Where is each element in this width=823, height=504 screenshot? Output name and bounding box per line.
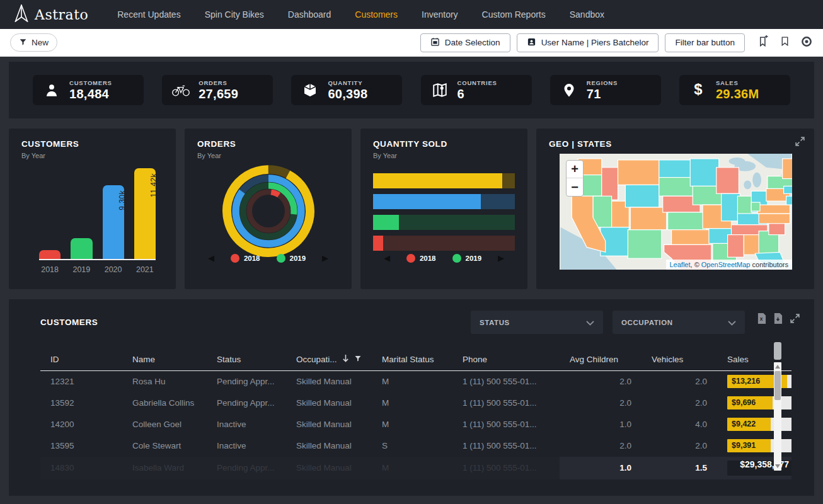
- legend-prev-arrow[interactable]: ◀: [384, 253, 390, 263]
- state-shape[interactable]: [659, 160, 691, 178]
- legend-item-2018[interactable]: 2018: [231, 254, 260, 263]
- export-file-icon[interactable]: [773, 313, 783, 326]
- date-selection-button[interactable]: Date Selection: [420, 33, 510, 52]
- customers-bar-chart: 9.30k11.42k: [39, 168, 156, 260]
- cell-marital-status: M: [372, 371, 452, 392]
- state-shape[interactable]: [786, 196, 792, 205]
- leaflet-link[interactable]: Leaflet: [670, 261, 691, 268]
- state-shape[interactable]: [659, 178, 694, 197]
- scrollbar-thumb[interactable]: [774, 371, 781, 400]
- nav-item-sandbox[interactable]: Sandbox: [570, 9, 604, 20]
- column-header-id[interactable]: ID: [40, 349, 122, 371]
- legend-item-2019[interactable]: 2019: [452, 254, 482, 263]
- state-shape[interactable]: [690, 159, 719, 186]
- bar-value-label: 11.42k: [149, 173, 158, 197]
- box-icon: [301, 82, 319, 98]
- state-shape[interactable]: [751, 202, 760, 211]
- customers-table-section: CUSTOMERS STATUS OCCUPATION x: [9, 299, 814, 496]
- scroll-down-arrow[interactable]: [775, 464, 780, 468]
- legend-next-arrow[interactable]: ▶: [498, 253, 504, 263]
- occupation-dropdown[interactable]: OCCUPATION: [613, 311, 745, 334]
- kpi-label: REGIONS: [587, 79, 618, 86]
- occupation-dropdown-label: OCCUPATION: [621, 319, 673, 326]
- qty-bar-2020: [373, 194, 515, 209]
- state-shape[interactable]: [602, 168, 618, 200]
- legend-label: 2019: [466, 255, 482, 262]
- table-row[interactable]: 13595Cole StewartInactiveSkilled ManualS…: [40, 435, 791, 457]
- user-name-button[interactable]: User Name | Piers Batchelor: [517, 33, 659, 52]
- column-header-marital-status[interactable]: Marital Status: [372, 349, 452, 371]
- filter-funnel-icon[interactable]: [354, 355, 362, 364]
- column-header-status[interactable]: Status: [207, 349, 286, 371]
- cell-status: Inactive: [207, 435, 286, 457]
- qty-bar-fill-2018: [373, 236, 383, 251]
- map-zoom-control: + −: [566, 160, 584, 197]
- astrato-logo[interactable]: Astrato: [14, 4, 88, 25]
- state-shape[interactable]: [672, 230, 711, 245]
- state-shape[interactable]: [757, 205, 790, 214]
- state-shape[interactable]: [769, 222, 785, 235]
- bar-2018: [39, 250, 60, 259]
- filter-bar-button[interactable]: Filter bar button: [665, 33, 745, 52]
- sort-desc-icon[interactable]: [342, 354, 349, 364]
- person-icon: [42, 82, 61, 98]
- state-shape[interactable]: [717, 168, 739, 194]
- leaflet-map[interactable]: + − Leaflet, © OpenStreetMap contributor…: [560, 154, 792, 270]
- legend-next-arrow[interactable]: ▶: [322, 253, 328, 263]
- chart-subtitle: By Year: [21, 152, 163, 159]
- nav-item-recent-updates[interactable]: Recent Updates: [117, 9, 180, 20]
- state-shape[interactable]: [628, 230, 661, 259]
- eye-icon[interactable]: [800, 35, 813, 50]
- status-dropdown[interactable]: STATUS: [471, 311, 603, 334]
- state-shape[interactable]: [744, 235, 760, 255]
- legend-label: 2018: [420, 255, 436, 262]
- new-filter-button[interactable]: New: [10, 33, 57, 52]
- export-excel-icon[interactable]: x: [757, 313, 766, 326]
- legend-label: 2018: [244, 255, 260, 262]
- bookmark-icon[interactable]: [780, 35, 790, 50]
- column-header-avg-children[interactable]: Avg Children: [560, 349, 642, 371]
- expand-icon[interactable]: [795, 136, 805, 149]
- column-header-vehicles[interactable]: Vehicles: [642, 349, 717, 371]
- kpi-card-orders: ORDERS27,659: [162, 75, 273, 105]
- legend-item-2018[interactable]: 2018: [406, 254, 436, 263]
- zoom-in-button[interactable]: +: [567, 161, 583, 178]
- column-header-name[interactable]: Name: [122, 349, 207, 371]
- table-row[interactable]: 14200Colleen GoelInactiveSkilled ManualM…: [40, 414, 791, 435]
- chart-title: CUSTOMERS: [21, 139, 163, 149]
- state-shape[interactable]: [783, 159, 792, 179]
- state-shape[interactable]: [625, 185, 659, 207]
- zoom-out-button[interactable]: −: [567, 178, 583, 196]
- table-row[interactable]: 12321Rosa HuPending Appr...Skilled Manua…: [40, 371, 791, 392]
- nav-item-inventory[interactable]: Inventory: [422, 9, 458, 20]
- state-shape[interactable]: [618, 160, 659, 185]
- column-header-phone[interactable]: Phone: [452, 349, 560, 371]
- date-selection-label: Date Selection: [445, 38, 500, 47]
- column-header-occupati-[interactable]: Occupati...: [286, 349, 372, 371]
- state-shape[interactable]: [668, 212, 706, 230]
- expand-icon[interactable]: [790, 313, 800, 326]
- legend-item-2019[interactable]: 2019: [277, 254, 306, 263]
- nav-item-spin-city-bikes[interactable]: Spin City Bikes: [205, 9, 264, 20]
- bookmark-add-icon[interactable]: [757, 35, 769, 50]
- legend-prev-arrow[interactable]: ◀: [208, 253, 214, 263]
- kpi-text: REGIONS71: [587, 79, 618, 101]
- nav-item-dashboard[interactable]: Dashboard: [288, 9, 331, 20]
- scroll-up-arrow[interactable]: [775, 365, 780, 369]
- svg-text:$: $: [694, 81, 702, 98]
- astrato-logo-icon: [14, 4, 29, 25]
- vertical-scrollbar[interactable]: [774, 362, 781, 471]
- sales-gauge: $9,696: [727, 396, 791, 410]
- cell-id: 14200: [40, 414, 122, 435]
- osm-link[interactable]: OpenStreetMap: [701, 261, 751, 268]
- state-shape[interactable]: [759, 214, 790, 224]
- state-shape[interactable]: [728, 235, 744, 258]
- nav-item-customers[interactable]: Customers: [355, 9, 398, 20]
- bicycle-icon: [171, 83, 190, 98]
- state-shape[interactable]: [784, 186, 792, 193]
- kpi-card-sales: $SALES29.36M: [679, 75, 790, 105]
- nav-item-custom-reports[interactable]: Custom Reports: [482, 9, 546, 20]
- kpi-text: SALES29.36M: [716, 79, 759, 101]
- table-row[interactable]: 13592Gabriella CollinsPending Appr...Ski…: [40, 392, 791, 414]
- state-shape[interactable]: [630, 207, 666, 230]
